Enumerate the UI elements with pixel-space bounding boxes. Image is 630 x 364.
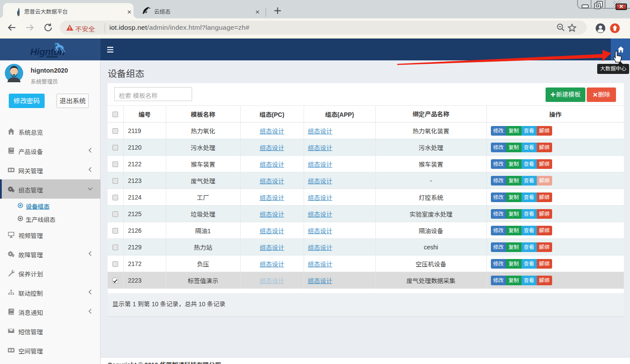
svg-text:Hignton: Hignton <box>30 47 65 57</box>
